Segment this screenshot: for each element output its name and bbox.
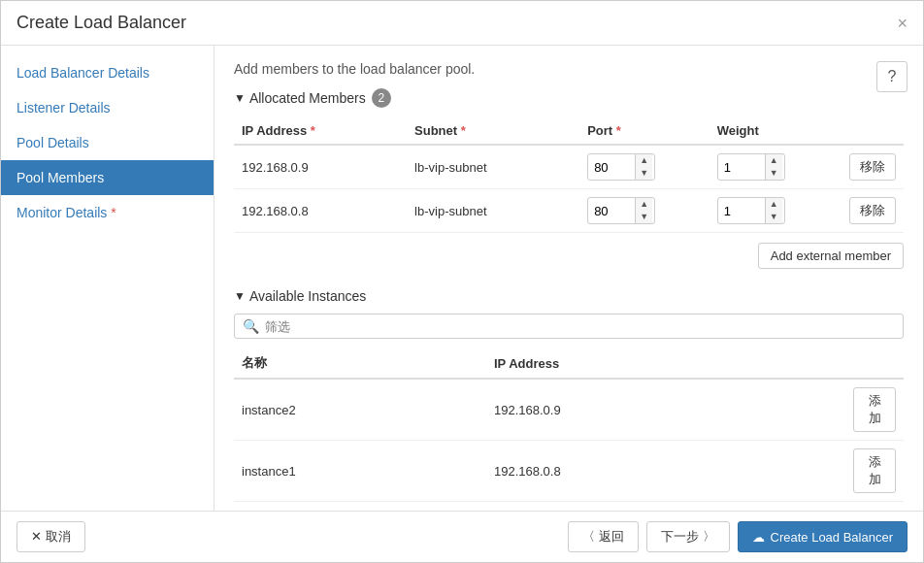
instruction-text: Add members to the load balancer pool. <box>234 61 904 77</box>
member-weight-1: ▲ ▼ <box>710 145 840 189</box>
main-content: ? Add members to the load balancer pool.… <box>214 46 923 511</box>
col-instance-ip: IP Address <box>486 348 845 379</box>
weight-spinners-1: ▲ ▼ <box>765 154 782 180</box>
col-instance-name: 名称 <box>234 348 486 379</box>
available-instances-header[interactable]: ▼ Available Instances <box>234 288 904 304</box>
table-row: 192.168.0.8 lb-vip-subnet ▲ ▼ <box>234 189 904 233</box>
port-spinners-1: ▲ ▼ <box>635 154 652 180</box>
col-subnet: Subnet * <box>407 117 579 145</box>
sidebar-item-listener-details[interactable]: Listener Details <box>1 90 214 125</box>
add-external-wrap: Add external member <box>234 243 904 269</box>
port-input-2[interactable] <box>588 201 635 221</box>
member-port-2: ▲ ▼ <box>579 189 710 233</box>
col-port: Port * <box>579 117 710 145</box>
sidebar-item-load-balancer-details[interactable]: Load Balancer Details <box>1 55 214 90</box>
chevron-down-icon: ▼ <box>234 91 246 105</box>
member-ip-2: 192.168.0.8 <box>234 189 407 233</box>
list-item: instance1 192.168.0.8 添加 <box>234 441 904 502</box>
add-external-member-button[interactable]: Add external member <box>758 243 904 269</box>
create-load-balancer-button[interactable]: ☁ Create Load Balancer <box>738 521 908 552</box>
help-button[interactable]: ? <box>876 61 908 92</box>
weight-input-wrap-2: ▲ ▼ <box>717 197 785 224</box>
member-ip-1: 192.168.0.9 <box>234 145 407 189</box>
create-load-balancer-dialog: Create Load Balancer × Load Balancer Det… <box>0 0 924 563</box>
footer-left: ✕ 取消 <box>16 521 85 552</box>
weight-up-1[interactable]: ▲ <box>766 154 782 167</box>
weight-input-1[interactable] <box>718 157 765 178</box>
allocated-members-header[interactable]: ▼ Allocated Members 2 <box>234 88 904 108</box>
sidebar-item-monitor-details[interactable]: Monitor Details * <box>1 195 214 230</box>
list-item: instance2 192.168.0.9 添加 <box>234 379 904 441</box>
port-input-1[interactable] <box>588 157 635 178</box>
available-instances-title: Available Instances <box>249 288 366 304</box>
cloud-icon: ☁ <box>752 530 765 545</box>
port-up-1[interactable]: ▲ <box>636 154 652 167</box>
col-ip-address: IP Address * <box>234 117 407 145</box>
port-up-2[interactable]: ▲ <box>636 198 652 211</box>
add-instance-2-button[interactable]: 添加 <box>853 448 896 493</box>
next-button[interactable]: 下一步 〉 <box>646 521 730 552</box>
search-box: 🔍 <box>234 314 904 339</box>
remove-member-1-button[interactable]: 移除 <box>849 153 896 181</box>
member-subnet-1: lb-vip-subnet <box>407 145 579 189</box>
allocated-members-title: Allocated Members <box>249 90 366 106</box>
create-label: Create Load Balancer <box>771 530 893 545</box>
member-weight-2: ▲ ▼ <box>710 189 840 233</box>
weight-input-2[interactable] <box>718 201 765 221</box>
port-input-wrap-2: ▲ ▼ <box>587 197 655 224</box>
dialog-header: Create Load Balancer × <box>1 1 923 46</box>
instances-table: 名称 IP Address instance2 192.168.0.9 添加 <box>234 348 904 502</box>
member-subnet-2: lb-vip-subnet <box>407 189 579 233</box>
cancel-button[interactable]: ✕ 取消 <box>16 521 85 552</box>
footer-right: 〈 返回 下一步 〉 ☁ Create Load Balancer <box>568 521 908 552</box>
chevron-down-icon-2: ▼ <box>234 289 246 303</box>
instance-name-2: instance1 <box>234 441 486 502</box>
search-input[interactable] <box>265 319 895 334</box>
weight-spinners-2: ▲ ▼ <box>765 198 782 223</box>
table-row: 192.168.0.9 lb-vip-subnet ▲ ▼ <box>234 145 904 189</box>
weight-up-2[interactable]: ▲ <box>766 198 782 211</box>
instance-name-1: instance2 <box>234 379 486 441</box>
col-weight: Weight <box>710 117 840 145</box>
instance-ip-2: 192.168.0.8 <box>486 441 845 502</box>
weight-down-2[interactable]: ▼ <box>766 211 782 223</box>
search-icon: 🔍 <box>243 318 259 334</box>
add-instance-1-button[interactable]: 添加 <box>853 387 896 432</box>
member-port-1: ▲ ▼ <box>579 145 710 189</box>
dialog-footer: ✕ 取消 〈 返回 下一步 〉 ☁ Create Load Balancer <box>1 511 923 562</box>
sidebar-item-pool-details[interactable]: Pool Details <box>1 125 214 160</box>
port-spinners-2: ▲ ▼ <box>635 198 652 223</box>
close-button[interactable]: × <box>897 15 908 32</box>
port-down-2[interactable]: ▼ <box>636 211 652 223</box>
available-instances-section: ▼ Available Instances 🔍 名称 IP Address <box>234 288 904 502</box>
weight-down-1[interactable]: ▼ <box>766 167 782 180</box>
instance-ip-1: 192.168.0.9 <box>486 379 845 441</box>
port-down-1[interactable]: ▼ <box>636 167 652 180</box>
port-input-wrap-1: ▲ ▼ <box>587 153 655 181</box>
remove-member-2-button[interactable]: 移除 <box>849 197 896 224</box>
members-table: IP Address * Subnet * Port * Weight <box>234 117 904 233</box>
sidebar: Load Balancer Details Listener Details P… <box>1 46 214 511</box>
dialog-body: Load Balancer Details Listener Details P… <box>1 46 923 511</box>
back-button[interactable]: 〈 返回 <box>568 521 639 552</box>
allocated-members-badge: 2 <box>372 88 391 108</box>
weight-input-wrap-1: ▲ ▼ <box>717 153 785 181</box>
sidebar-item-pool-members[interactable]: Pool Members <box>1 160 214 195</box>
dialog-title: Create Load Balancer <box>16 13 186 33</box>
